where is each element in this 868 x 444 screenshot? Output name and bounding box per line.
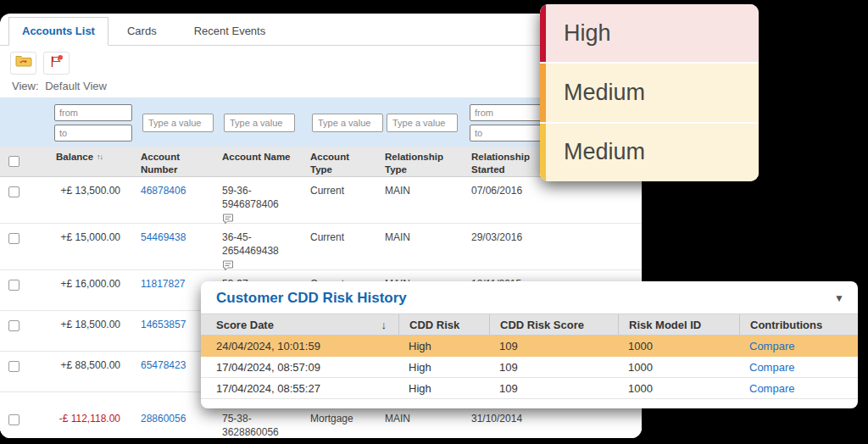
cdd-row-selected[interactable]: 24/04/2024, 10:01:59 High 109 1000 Compa…: [201, 336, 858, 357]
account-name-line1: 59-36-: [222, 185, 298, 198]
relationship-type-filter: [378, 97, 465, 147]
relationship-started-cell: 29/03/2016: [465, 224, 558, 269]
risk-label: High: [564, 20, 611, 47]
column-header-contributions[interactable]: Contributions: [739, 314, 858, 335]
column-header-account-name[interactable]: Account Name: [215, 147, 303, 176]
column-header-cdd-risk-score[interactable]: CDD Risk Score: [489, 314, 618, 335]
account-name-filter: [215, 97, 303, 147]
cdd-risk-score-cell: 109: [489, 382, 618, 395]
select-all-checkbox[interactable]: [8, 156, 19, 167]
column-header-cdd-risk[interactable]: CDD Risk: [398, 314, 489, 335]
started-from-input[interactable]: [470, 104, 548, 121]
cdd-risk-score-cell: 109: [489, 361, 618, 374]
risk-color-strip: [540, 64, 546, 121]
cdd-table-header: Score Date ↓ CDD Risk CDD Risk Score Ris…: [201, 314, 858, 336]
score-date-label: Score Date: [216, 319, 274, 331]
account-name-line2: 5946878406: [222, 198, 298, 212]
risk-label: Medium: [564, 139, 645, 165]
risk-color-strip: [540, 4, 546, 62]
column-header-account-number[interactable]: Account Number: [134, 147, 215, 176]
risk-label: Medium: [564, 80, 645, 106]
relationship-type-filter-input[interactable]: [387, 114, 458, 132]
score-date-cell: 17/04/2024, 08:55:27: [201, 382, 398, 395]
account-number-filter-input[interactable]: [142, 114, 214, 132]
account-number-filter: [134, 97, 215, 147]
balance-cell: +£ 13,500.00: [49, 177, 134, 223]
score-date-cell: 17/04/2024, 08:57:09: [201, 361, 398, 374]
account-type-filter: [303, 97, 378, 147]
cdd-risk-score-cell: 109: [489, 340, 618, 352]
column-header-score-date[interactable]: Score Date ↓: [201, 314, 398, 335]
cdd-risk-cell: High: [398, 340, 489, 352]
risk-item-medium: Medium: [540, 124, 759, 181]
risk-model-id-cell: 1000: [618, 382, 739, 395]
cdd-risk-history-panel: Customer CDD Risk History ▼ Score Date ↓…: [201, 281, 858, 408]
account-row: +£ 13,500.00 46878406 59-36- 5946878406 …: [0, 177, 642, 224]
flag-icon: [49, 54, 64, 72]
folder-export-button[interactable]: [10, 52, 36, 75]
column-header-balance[interactable]: Balance: [56, 151, 93, 164]
collapse-chevron-icon[interactable]: ▼: [834, 292, 844, 304]
row-checkbox[interactable]: [8, 320, 19, 331]
balance-cell: +£ 88,500.00: [49, 352, 134, 391]
balance-to-input[interactable]: [54, 125, 132, 142]
account-name-line1: 36-45-: [222, 231, 298, 245]
cdd-risk-cell: High: [398, 382, 489, 395]
account-type-filter-input[interactable]: [312, 114, 383, 132]
cdd-row[interactable]: 17/04/2024, 08:57:09 High 109 1000 Compa…: [201, 357, 858, 378]
risk-item-high: High: [540, 4, 759, 64]
compare-link[interactable]: Compare: [749, 382, 794, 395]
filter-spacer: [0, 97, 49, 147]
account-name-line2: 2654469438: [222, 245, 298, 258]
account-name-filter-input[interactable]: [224, 114, 295, 132]
started-to-input[interactable]: [470, 125, 548, 142]
column-header-relationship-type[interactable]: Relationship Type: [378, 147, 465, 176]
tab-accounts-list[interactable]: Accounts List: [8, 17, 108, 46]
cdd-panel-title: Customer CDD Risk History: [201, 281, 858, 307]
compare-link[interactable]: Compare: [749, 340, 794, 352]
row-checkbox[interactable]: [8, 186, 19, 197]
account-name-line2: 3628860056: [222, 426, 298, 438]
column-header-account-type[interactable]: Account Type: [303, 147, 378, 176]
relationship-started-cell: 07/06/2016: [465, 177, 558, 223]
cdd-row[interactable]: 17/04/2024, 08:55:27 High 109 1000 Compa…: [201, 378, 858, 399]
tab-recent-events[interactable]: Recent Events: [175, 18, 285, 45]
risk-levels-card: High Medium Medium: [540, 4, 759, 181]
account-number-link[interactable]: 65478423: [141, 359, 186, 371]
relationship-type-cell: MAIN: [378, 224, 465, 269]
tab-cards[interactable]: Cards: [108, 18, 175, 45]
risk-model-id-cell: 1000: [618, 361, 739, 374]
account-number-link[interactable]: 14653857: [141, 319, 186, 330]
account-number-link[interactable]: 46878406: [141, 185, 186, 197]
balance-cell: +£ 18,500.00: [49, 311, 134, 351]
balance-cell: -£ 112,118.00: [49, 392, 134, 438]
cdd-table: Score Date ↓ CDD Risk CDD Risk Score Ris…: [201, 314, 858, 399]
cdd-risk-cell: High: [398, 361, 489, 374]
account-type-cell: Current: [303, 224, 378, 269]
sort-descending-icon[interactable]: ↓: [381, 319, 387, 331]
account-type-cell: Current: [303, 177, 378, 223]
account-number-link[interactable]: 54469438: [141, 231, 186, 243]
view-selector[interactable]: Default View: [45, 80, 107, 92]
row-checkbox[interactable]: [8, 414, 19, 425]
view-label: View:: [12, 80, 39, 92]
flag-button[interactable]: [43, 52, 70, 75]
risk-model-id-cell: 1000: [618, 340, 739, 352]
risk-item-medium: Medium: [540, 64, 759, 123]
folder-export-icon: [15, 54, 32, 71]
row-checkbox[interactable]: [8, 233, 19, 244]
balance-cell: +£ 16,000.00: [49, 270, 134, 310]
row-checkbox[interactable]: [8, 361, 19, 372]
account-name-line1: 75-38-: [222, 413, 298, 426]
risk-color-strip: [540, 124, 546, 181]
account-row: +£ 15,000.00 54469438 36-45- 2654469438 …: [0, 224, 642, 270]
account-number-link[interactable]: 11817827: [141, 278, 186, 290]
column-header-risk-model-id[interactable]: Risk Model ID: [618, 314, 739, 335]
row-checkbox[interactable]: [8, 280, 19, 291]
balance-cell: +£ 15,000.00: [49, 224, 134, 269]
balance-from-input[interactable]: [54, 104, 132, 121]
sort-arrows-icon[interactable]: ↑↓: [97, 151, 103, 163]
compare-link[interactable]: Compare: [749, 361, 794, 374]
account-number-link[interactable]: 28860056: [141, 413, 186, 425]
relationship-type-cell: MAIN: [378, 177, 465, 223]
